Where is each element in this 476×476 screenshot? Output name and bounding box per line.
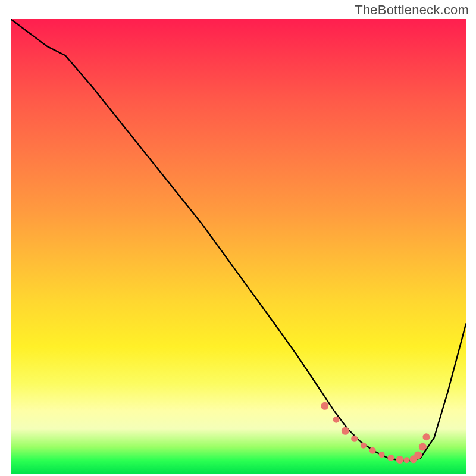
marker-dot (361, 443, 367, 449)
marker-dot (396, 456, 404, 464)
bottleneck-curve (11, 19, 466, 461)
marker-dot (404, 457, 410, 463)
watermark-text: TheBottleneck.com (355, 2, 469, 18)
chart-overlay-svg (11, 19, 466, 474)
chart-stage: TheBottleneck.com (0, 0, 476, 476)
marker-dot (422, 433, 430, 440)
marker-dot (342, 427, 349, 435)
marker-dot (379, 452, 385, 458)
optimal-zone-markers (321, 402, 430, 464)
marker-dot (419, 443, 427, 451)
marker-dot (351, 436, 358, 442)
marker-dot (387, 455, 394, 461)
marker-dot (321, 402, 328, 410)
marker-dot (333, 416, 340, 423)
marker-dot (369, 447, 376, 454)
plot-area (11, 19, 466, 474)
marker-dot (414, 451, 422, 459)
